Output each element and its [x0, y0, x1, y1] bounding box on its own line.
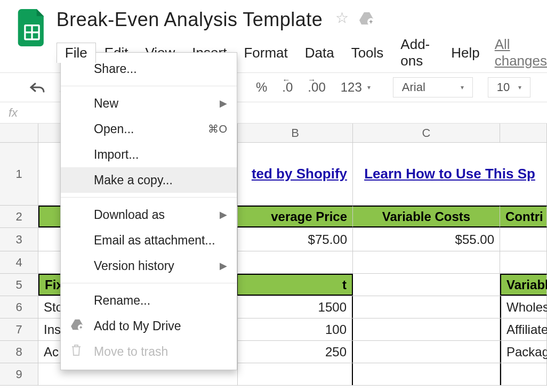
cell[interactable]: Wholesa	[500, 296, 547, 318]
column-header-c[interactable]: C	[353, 124, 500, 142]
format-123-button[interactable]: 123▾	[333, 73, 378, 102]
document-title-row: Break-Even Analysis Template ☆ +	[57, 9, 547, 31]
add-to-drive-icon[interactable]: +	[359, 7, 375, 30]
header-cost[interactable]: t	[238, 274, 353, 296]
menu-help[interactable]: Help	[443, 43, 488, 63]
cell[interactable]: 250	[238, 341, 353, 363]
menu-file[interactable]: File	[57, 43, 96, 63]
submenu-arrow-icon: ▶	[220, 97, 227, 109]
cell[interactable]: 1500	[238, 296, 353, 318]
fx-label: fx	[9, 106, 18, 120]
cell[interactable]: Packagi	[500, 341, 547, 363]
cell[interactable]	[353, 318, 500, 340]
row-header-4[interactable]: 4	[0, 251, 38, 273]
menu-item-make-copy[interactable]: Make a copy...	[61, 167, 237, 193]
menu-item-download-as[interactable]: Download as▶	[61, 202, 237, 227]
svg-text:+: +	[369, 18, 373, 25]
cell-varcost[interactable]: $55.00	[353, 228, 500, 251]
keyboard-shortcut: ⌘O	[208, 123, 227, 135]
menu-item-version-history[interactable]: Version history▶	[61, 253, 237, 279]
menu-item-import[interactable]: Import...	[61, 142, 237, 167]
row-header-3[interactable]: 3	[0, 228, 38, 251]
cell[interactable]	[353, 363, 500, 385]
cell[interactable]	[500, 251, 547, 273]
cell[interactable]: 100	[238, 318, 353, 340]
menu-addons[interactable]: Add-ons	[392, 34, 443, 71]
row-header-6[interactable]: 6	[0, 296, 38, 318]
undo-button[interactable]	[21, 73, 52, 102]
font-family-select[interactable]: Arial▾	[393, 77, 473, 97]
app-header: Break-Even Analysis Template ☆ + File Ed…	[0, 0, 547, 71]
row-header-8[interactable]: 8	[0, 341, 38, 363]
cell-link-howto[interactable]: Learn How to Use This Sp	[353, 143, 547, 205]
submenu-arrow-icon: ▶	[220, 260, 227, 272]
menu-item-open[interactable]: Open...⌘O	[61, 116, 237, 142]
menu-item-move-to-trash: Move to trash	[61, 339, 237, 364]
cell[interactable]	[238, 251, 353, 273]
menu-separator	[61, 86, 237, 86]
menu-data[interactable]: Data	[296, 43, 343, 63]
cell[interactable]	[500, 363, 547, 385]
star-icon[interactable]: ☆	[335, 9, 349, 27]
menu-separator	[61, 283, 237, 283]
header-avg-price[interactable]: verage Price	[238, 206, 353, 227]
menu-item-email-attachment[interactable]: Email as attachment...	[61, 227, 237, 253]
row-header-9[interactable]: 9	[0, 363, 38, 385]
cell[interactable]	[353, 251, 500, 273]
header-variable[interactable]: Variable	[500, 274, 547, 296]
cell[interactable]: Affiliate	[500, 318, 547, 340]
format-percent-button[interactable]: %	[248, 73, 275, 102]
row-header-1[interactable]: 1	[0, 143, 38, 205]
cell[interactable]	[353, 274, 500, 296]
select-all-corner[interactable]	[0, 124, 38, 142]
menu-separator	[61, 197, 237, 198]
header-variable-costs[interactable]: Variable Costs	[353, 206, 500, 227]
row-header-7[interactable]: 7	[0, 318, 38, 340]
trash-icon	[70, 344, 82, 360]
sheets-logo[interactable]	[17, 9, 47, 47]
save-status[interactable]: All changes	[495, 36, 547, 69]
menu-format[interactable]: Format	[235, 43, 296, 63]
cell[interactable]	[353, 341, 500, 363]
column-header-b[interactable]: B	[238, 124, 353, 142]
svg-text:+: +	[79, 325, 83, 330]
menu-item-new[interactable]: New▶	[61, 91, 237, 116]
row-header-5[interactable]: 5	[0, 274, 38, 296]
file-menu-dropdown: Share... New▶ Open...⌘O Import... Make a…	[60, 52, 237, 370]
header-contribution[interactable]: Contri	[500, 206, 547, 227]
cell[interactable]	[500, 228, 547, 251]
column-header-d[interactable]	[500, 124, 547, 142]
menu-item-rename[interactable]: Rename...	[61, 288, 237, 313]
menu-item-add-to-drive[interactable]: + Add to My Drive	[61, 313, 237, 339]
cell[interactable]	[238, 363, 353, 385]
cell[interactable]	[353, 296, 500, 318]
font-size-select[interactable]: 10▾	[488, 77, 530, 97]
row-header-2[interactable]: 2	[0, 206, 38, 227]
increase-decimal-button[interactable]: .00→	[300, 73, 333, 102]
cell-link-shopify[interactable]: ted by Shopify	[238, 143, 353, 205]
document-title[interactable]: Break-Even Analysis Template	[57, 9, 323, 31]
drive-add-icon: +	[70, 318, 84, 333]
decrease-decimal-button[interactable]: .0←	[275, 73, 300, 102]
cell-price[interactable]: $75.00	[238, 228, 353, 251]
menu-tools[interactable]: Tools	[343, 43, 392, 63]
submenu-arrow-icon: ▶	[220, 209, 227, 220]
